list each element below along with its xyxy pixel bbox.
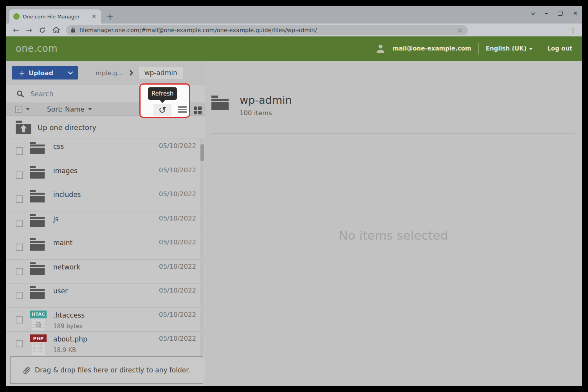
folder-up-icon xyxy=(16,121,31,134)
search-icon xyxy=(16,90,24,98)
tab-title: One.com File Manager xyxy=(23,14,88,20)
row-checkbox[interactable] xyxy=(16,220,23,227)
details-item-count: 100 items xyxy=(240,109,292,117)
file-row[interactable]: includes 05/10/2022 xyxy=(6,187,205,211)
file-row[interactable]: css 05/10/2022 xyxy=(6,139,205,163)
window-close-button[interactable]: ✕ xyxy=(573,11,578,16)
file-name: images xyxy=(53,167,159,175)
row-checkbox[interactable] xyxy=(16,316,23,323)
row-checkbox[interactable] xyxy=(16,292,23,299)
tab-strip: One.com File Manager ✕ + v – ✕ xyxy=(6,6,582,23)
file-date: 05/10/2022 xyxy=(159,335,196,342)
details-title: wp-admin xyxy=(240,94,292,106)
file-row[interactable]: network 05/10/2022 xyxy=(6,260,205,284)
browser-toolbar: ← → filemanager.one.com/#mail@one-exampl… xyxy=(6,23,582,36)
file-browser-panel: + Upload mple.g... wp-admin xyxy=(6,61,205,386)
upload-button[interactable]: + Upload xyxy=(12,66,78,79)
chevron-down-icon[interactable] xyxy=(26,108,30,110)
tab-close-icon[interactable]: ✕ xyxy=(91,13,97,20)
empty-selection-message: No items selected xyxy=(205,228,582,242)
file-rows: css 05/10/2022 images 05/10/2022 include… xyxy=(6,139,205,356)
refresh-tooltip: Refresh xyxy=(148,87,177,100)
up-one-directory-row[interactable]: Up one directory xyxy=(6,116,205,139)
new-tab-button[interactable]: + xyxy=(106,13,114,21)
upload-menu-button[interactable] xyxy=(62,66,78,79)
sort-selector[interactable]: Sort: Name xyxy=(47,105,85,113)
file-name: css xyxy=(53,143,159,150)
chevron-right-icon xyxy=(129,70,133,76)
file-name: network xyxy=(53,263,159,271)
window-maximize-button[interactable] xyxy=(558,11,563,16)
breadcrumb: mple.g... wp-admin xyxy=(96,67,183,79)
reload-icon[interactable] xyxy=(39,27,46,34)
file-row[interactable]: js 05/10/2022 xyxy=(6,211,205,236)
chevron-down-icon xyxy=(67,71,74,75)
forward-icon[interactable]: → xyxy=(26,26,32,34)
file-date: 05/10/2022 xyxy=(159,287,196,294)
select-all-checkbox[interactable]: ✓ xyxy=(15,106,22,113)
file-icon-body: 010101010101010101 xyxy=(32,342,45,355)
row-checkbox[interactable] xyxy=(16,195,23,203)
home-icon[interactable] xyxy=(52,27,60,34)
upload-toolbar: + Upload mple.g... wp-admin xyxy=(6,61,205,85)
file-type-badge: HTAC xyxy=(30,311,47,318)
file-date: 05/10/2022 xyxy=(159,190,196,198)
site-favicon-icon xyxy=(13,13,20,20)
file-date: 05/10/2022 xyxy=(159,166,196,174)
url-bar[interactable]: filemanager.one.com/#mail@one-example.co… xyxy=(66,25,468,35)
browser-tab[interactable]: One.com File Manager ✕ xyxy=(9,9,101,23)
breadcrumb-current[interactable]: wp-admin xyxy=(139,67,183,79)
row-checkbox[interactable] xyxy=(16,244,23,251)
dropzone[interactable]: Drag & drop files here or directly to an… xyxy=(10,356,203,384)
paperclip-icon xyxy=(23,366,31,374)
file-name: user xyxy=(53,287,159,295)
onecom-logo[interactable]: one.com xyxy=(16,43,58,54)
back-icon[interactable]: ← xyxy=(13,26,19,34)
file-name: about.php xyxy=(53,335,159,343)
window-chevron-icon[interactable]: v xyxy=(531,11,536,16)
header-divider xyxy=(478,43,479,54)
chevron-down-icon xyxy=(88,108,92,110)
file-row[interactable]: PHP 010101010101010101 about.php 18.9 KB… xyxy=(6,332,205,356)
file-name: .htaccess xyxy=(53,311,159,319)
refresh-button[interactable]: ↺ xyxy=(153,104,171,116)
list-view-icon[interactable] xyxy=(178,106,187,113)
account-email: mail@one-example.com xyxy=(393,45,471,52)
up-one-directory-label: Up one directory xyxy=(38,123,96,132)
chevron-down-icon xyxy=(529,48,533,50)
scrollbar-thumb[interactable] xyxy=(200,144,204,161)
file-date: 05/10/2022 xyxy=(159,142,196,150)
file-date: 05/10/2022 xyxy=(159,263,196,270)
grid-view-icon[interactable] xyxy=(194,107,202,114)
dropzone-message: Drag & drop files here or directly to an… xyxy=(35,366,190,374)
row-checkbox[interactable] xyxy=(16,340,23,347)
file-date: 05/10/2022 xyxy=(159,238,196,246)
row-checkbox[interactable] xyxy=(16,147,23,155)
breadcrumb-parent[interactable]: mple.g... xyxy=(96,69,123,77)
file-row[interactable]: HTAC a .htaccess 189 bytes 05/10/2022 xyxy=(6,308,205,332)
header-divider xyxy=(540,43,540,54)
window-minimize-button[interactable]: – xyxy=(545,11,548,16)
file-size: 18.9 KB xyxy=(53,347,159,354)
url-text: filemanager.one.com/#mail@one-example.co… xyxy=(79,27,453,33)
file-row[interactable]: maint 05/10/2022 xyxy=(6,235,205,260)
folder-icon xyxy=(211,96,229,110)
file-row[interactable]: images 05/10/2022 xyxy=(6,163,205,188)
row-checkbox[interactable] xyxy=(16,172,23,179)
details-divider xyxy=(211,133,575,134)
browser-menu-icon[interactable]: ⋮ xyxy=(570,26,576,34)
browser-window: One.com File Manager ✕ + v – ✕ ← → filem… xyxy=(6,6,582,386)
lock-icon xyxy=(71,27,76,33)
file-row[interactable]: user 05/10/2022 xyxy=(6,284,205,308)
file-name: maint xyxy=(53,239,159,247)
file-icon-body: a xyxy=(32,318,45,331)
scrollbar[interactable] xyxy=(200,139,204,356)
avatar-icon xyxy=(375,43,386,54)
app-header: one.com mail@one-example.com English (UK… xyxy=(6,36,582,61)
row-checkbox[interactable] xyxy=(16,268,23,275)
logout-button[interactable]: Log out xyxy=(547,45,572,52)
file-size: 189 bytes xyxy=(53,323,159,330)
file-name: js xyxy=(53,215,159,223)
language-selector[interactable]: English (UK) xyxy=(486,45,533,52)
bookmark-star-icon[interactable]: ☆ xyxy=(457,26,463,34)
